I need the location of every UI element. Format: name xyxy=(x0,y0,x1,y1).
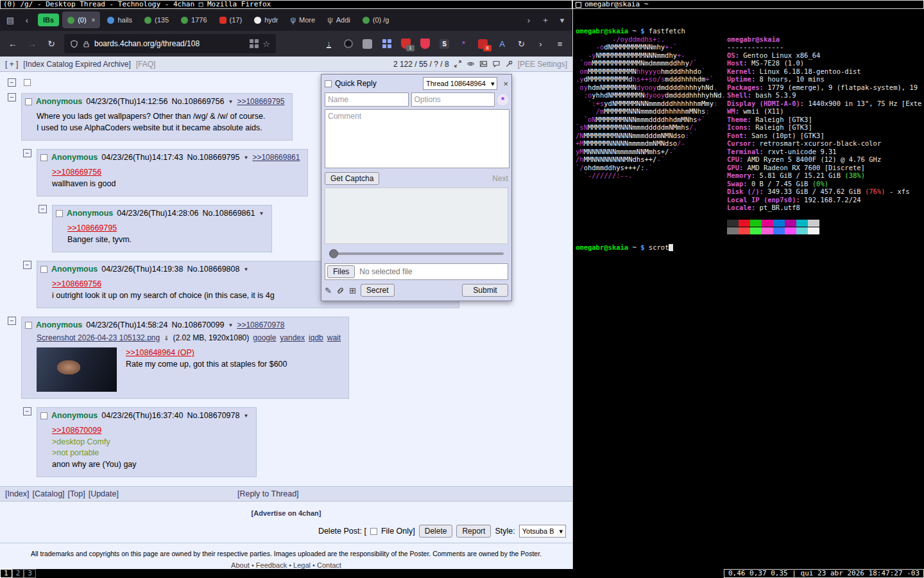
footer-nav-link[interactable]: [Update] xyxy=(89,489,119,498)
browser-tab[interactable]: hydr xyxy=(249,12,283,28)
collapse-post-button[interactable]: − xyxy=(8,317,16,325)
quotelink[interactable]: >>108648964 (OP) xyxy=(126,347,287,359)
image-search-link[interactable]: google xyxy=(253,333,276,342)
privacy-icon[interactable]: 8 xyxy=(474,35,492,52)
menu-icon[interactable]: ≡ xyxy=(551,35,569,52)
file-only-checkbox[interactable] xyxy=(370,528,377,535)
new-tab-button[interactable]: + xyxy=(538,12,553,28)
download-icon[interactable]: ↓ xyxy=(320,35,338,52)
delete-button[interactable]: Delete xyxy=(419,525,453,538)
backlink[interactable]: >>108669795 xyxy=(237,97,284,106)
post-checkbox[interactable] xyxy=(40,412,47,419)
collapse-post-button[interactable]: − xyxy=(8,93,16,101)
files-button[interactable]: Files xyxy=(327,265,355,278)
close-icon[interactable]: × xyxy=(503,79,508,89)
options-input[interactable] xyxy=(411,92,495,107)
letter-a-icon[interactable]: A xyxy=(493,35,511,52)
style-select[interactable]: Yotsuba B ▾ xyxy=(519,525,566,538)
post-number[interactable]: No.108669756 xyxy=(171,97,224,106)
collapse-post-button[interactable]: − xyxy=(23,261,31,269)
captcha-slider[interactable] xyxy=(329,249,504,258)
reload-button[interactable]: ↻ xyxy=(42,35,60,53)
settings-wrench-icon[interactable] xyxy=(505,60,513,68)
overflow-icon[interactable]: › xyxy=(532,35,549,52)
wm-tag-2[interactable]: 2 xyxy=(12,569,24,578)
forward-button[interactable]: → xyxy=(23,35,41,53)
reply-to-thread-link[interactable]: [Reply to Thread] xyxy=(237,489,299,498)
browser-tab[interactable]: ψAddi xyxy=(322,12,355,28)
post-checkbox[interactable] xyxy=(56,210,63,217)
draw-icon[interactable]: ✎ xyxy=(325,286,332,295)
link-icon[interactable] xyxy=(336,286,345,295)
tab-group-ibs[interactable]: IBs xyxy=(38,13,59,26)
fourchanx-icon[interactable]: * xyxy=(455,35,472,52)
quick-reply-header[interactable]: Quick Reply Thread 108648964 ▾ × xyxy=(321,74,511,92)
options-flag-icon[interactable]: * xyxy=(497,94,508,105)
toggle-post-form-link[interactable]: [ + ] xyxy=(5,60,18,69)
advertise-link[interactable]: [Advertise on 4chan] xyxy=(0,509,572,517)
url-text[interactable]: boards.4chan.org/g/thread/108 xyxy=(94,39,246,48)
report-button[interactable]: Report xyxy=(456,525,491,538)
post-number[interactable]: No.108669861 xyxy=(202,209,255,218)
quotelink[interactable]: >>108670099 xyxy=(52,425,248,437)
slider-track[interactable] xyxy=(329,252,504,255)
comment-textarea[interactable] xyxy=(325,109,509,168)
browser-tab[interactable]: 1776 xyxy=(176,12,212,28)
post-checkbox[interactable] xyxy=(40,154,47,161)
browser-tab[interactable]: (0)× xyxy=(62,12,100,28)
post-number[interactable]: No.108670978 xyxy=(187,411,239,420)
thread-watcher-icon[interactable] xyxy=(492,60,501,68)
tab-close-icon[interactable]: × xyxy=(92,17,96,24)
add-file-icon[interactable]: ⊞ xyxy=(349,286,356,295)
thread-select[interactable]: Thread 108648964 ▾ xyxy=(423,77,498,90)
post-checkbox[interactable] xyxy=(25,98,32,105)
post-number[interactable]: No.108669795 xyxy=(187,153,239,162)
footer-nav-link[interactable]: [Index] xyxy=(5,489,30,498)
image-search-link[interactable]: yandex xyxy=(280,333,305,342)
download-file-icon[interactable]: ⇓ xyxy=(164,335,169,342)
submit-button[interactable]: Submit xyxy=(462,284,508,297)
quick-reply-checkbox[interactable] xyxy=(325,80,332,87)
post-menu-icon[interactable]: ▼ xyxy=(243,413,248,419)
post-menu-icon[interactable]: ▼ xyxy=(243,267,248,272)
scroll-tabs-right-icon[interactable]: › xyxy=(521,12,536,28)
collapse-post-button[interactable]: − xyxy=(23,149,31,157)
list-all-tabs-icon[interactable]: ▤ xyxy=(3,12,18,28)
shield-icon[interactable] xyxy=(70,40,78,48)
post-number[interactable]: No.108670099 xyxy=(171,320,224,329)
backlink[interactable]: >>108669861 xyxy=(252,153,300,162)
backlink[interactable]: >>108670978 xyxy=(237,320,284,329)
sync-icon[interactable]: ↻ xyxy=(513,35,530,52)
post-checkbox[interactable] xyxy=(24,79,31,86)
extensions-grid-icon[interactable] xyxy=(378,35,395,52)
scroll-tabs-left-icon[interactable]: ‹ xyxy=(19,12,35,28)
browser-tab[interactable]: (135 xyxy=(139,12,174,28)
tab-list-dropdown-icon[interactable]: ▾ xyxy=(554,12,570,28)
next-button[interactable]: Next xyxy=(492,174,508,183)
terminal-window[interactable]: omegabr@skaia ~ $ fastfetch -/oyddmdhs+:… xyxy=(572,9,924,569)
collapse-post-button[interactable]: − xyxy=(8,78,16,87)
url-bar[interactable]: boards.4chan.org/g/thread/108 ☆ xyxy=(64,34,276,53)
expand-thread-icon[interactable] xyxy=(454,60,462,68)
bottom-links[interactable]: About • Feedback • Legal • Contact xyxy=(0,561,572,569)
board-nav-links[interactable]: [Index Catalog Expired Archive] xyxy=(23,60,130,69)
image-search-link[interactable]: wait xyxy=(327,333,341,342)
violentmonkey-icon[interactable] xyxy=(359,35,376,52)
back-button[interactable]: ← xyxy=(4,35,22,53)
footer-nav-link[interactable]: [Top] xyxy=(68,489,85,498)
collapse-post-button[interactable]: − xyxy=(23,407,31,416)
secret-button[interactable]: Secret xyxy=(361,284,395,297)
bookmark-star-icon[interactable]: ☆ xyxy=(262,39,270,49)
post-menu-icon[interactable]: ▼ xyxy=(228,322,233,328)
post-checkbox[interactable] xyxy=(25,322,32,329)
eye-icon[interactable] xyxy=(466,60,475,68)
post-menu-icon[interactable]: ▼ xyxy=(228,99,233,105)
faq-link[interactable]: [FAQ] xyxy=(136,60,156,69)
quotelink[interactable]: >>108669756 xyxy=(52,167,300,179)
darkreader-icon[interactable] xyxy=(339,35,357,52)
file-name-link[interactable]: Screenshot 2026-04-23 105132.png xyxy=(37,333,160,342)
browser-tab[interactable]: ψMore xyxy=(286,12,321,28)
image-search-link[interactable]: iqdb xyxy=(309,333,323,342)
quotelink[interactable]: >>108669795 xyxy=(67,223,264,234)
browser-tab[interactable]: hails xyxy=(102,12,137,28)
